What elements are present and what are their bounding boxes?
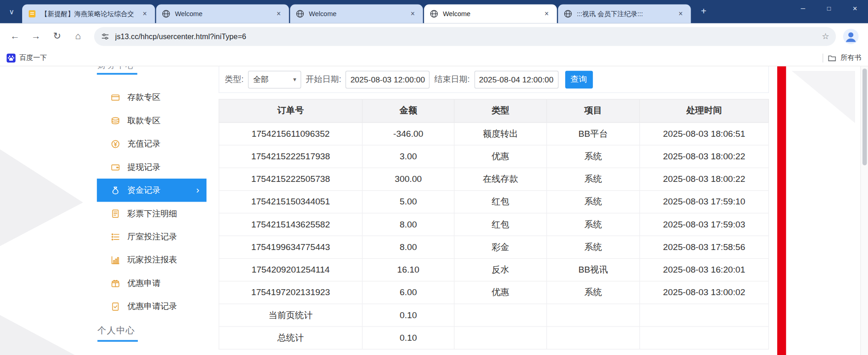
sidebar-section-personal: 个人中心 <box>97 325 207 342</box>
table-cell: 优惠 <box>454 281 547 304</box>
table-cell: BB视讯 <box>547 258 640 281</box>
tab-welcome-1[interactable]: Welcome × <box>156 5 289 23</box>
table-cell <box>454 326 547 349</box>
bookmarks-bar: 百度一下 所有书 <box>0 50 868 66</box>
table-cell: 彩金 <box>454 236 547 258</box>
tab-forum[interactable]: 【新提醒】海燕策略论坛综合交 × <box>22 5 155 23</box>
all-bookmarks-button[interactable]: 所有书 <box>822 53 862 62</box>
sidebar-item-hall-bet-records[interactable]: 厅室投注记录 <box>97 225 207 248</box>
table-cell: 1754197202131923 <box>219 281 362 304</box>
table-cell: 系统 <box>547 145 640 168</box>
table-cell: 1754215611096352 <box>219 122 362 145</box>
sidebar-item-player-report[interactable]: 玩家投注报表 <box>97 248 207 271</box>
sidebar-item-lottery-details[interactable]: 彩票下注明细 <box>97 202 207 225</box>
browser-toolbar: ← → ↻ ⌂ js13.cc/hhcp/usercenter.html?ini… <box>0 23 868 50</box>
sidebar-item-promo-apply[interactable]: 优惠申请 <box>97 272 207 295</box>
sidebar: 财务中心 存款专区 取款专区 <box>97 66 207 355</box>
table-cell: 系统 <box>547 191 640 213</box>
tab-close-icon[interactable]: × <box>274 9 283 18</box>
chevron-right-icon: › <box>196 185 200 196</box>
records-table: 订单号 金额 类型 项目 处理时间 1754215611096352 -346.… <box>218 99 769 349</box>
home-button[interactable]: ⌂ <box>69 27 88 46</box>
sidebar-item-fund-records[interactable]: 资金记录 › <box>97 179 207 202</box>
sidebar-item-deposit[interactable]: 存款专区 <box>97 86 207 109</box>
col-header: 处理时间 <box>640 99 769 122</box>
table-cell: 1754199634775443 <box>219 236 362 258</box>
page-scrollbar[interactable] <box>860 66 868 355</box>
type-select[interactable]: 全部 ▾ <box>248 70 301 88</box>
forward-button[interactable]: → <box>27 27 46 46</box>
query-button[interactable]: 查询 <box>565 70 593 88</box>
sidebar-menu: 存款专区 取款专区 充值记录 <box>97 86 207 318</box>
deposit-card-icon <box>111 93 120 102</box>
table-cell: 额度转出 <box>454 122 547 145</box>
table-cell: 6.00 <box>362 281 454 304</box>
recharge-record-icon <box>111 139 120 148</box>
table-row: 1754197202131923 6.00 优惠 系统 2025-08-03 1… <box>219 281 768 304</box>
table-row: 1754215150344051 5.00 红包 系统 2025-08-03 1… <box>219 191 768 213</box>
tab-title: Welcome <box>309 10 403 18</box>
tab-welcome-active[interactable]: Welcome × <box>424 5 557 23</box>
tab-close-icon[interactable]: × <box>408 9 417 18</box>
table-cell: -346.00 <box>362 122 454 145</box>
decorative-triangle <box>0 308 75 355</box>
table-cell: 1754209201254114 <box>219 258 362 281</box>
window-close-button[interactable]: × <box>842 0 868 17</box>
table-cell: 系统 <box>547 168 640 190</box>
reload-button[interactable]: ↻ <box>47 27 66 46</box>
table-cell: 2025-08-03 17:58:56 <box>640 236 769 258</box>
sidebar-item-withdraw[interactable]: 取款专区 <box>97 109 207 132</box>
sidebar-item-label: 取款专区 <box>127 115 160 126</box>
col-header: 项目 <box>547 99 640 122</box>
all-bookmarks-label: 所有书 <box>841 53 862 62</box>
tab-search-button[interactable]: ∨ <box>5 5 19 19</box>
table-cell: 反水 <box>454 258 547 281</box>
withdrawal-record-icon <box>111 162 120 171</box>
table-row: 1754215222505738 300.00 在线存款 系统 2025-08-… <box>219 168 768 190</box>
tab-close-icon[interactable]: × <box>140 9 149 18</box>
address-bar[interactable]: js13.cc/hhcp/usercenter.html?iniType=6 ☆ <box>94 27 836 46</box>
tab-close-icon[interactable]: × <box>542 9 551 18</box>
table-cell <box>547 326 640 349</box>
divider <box>822 53 823 62</box>
window-controls: ─ □ × <box>790 0 868 17</box>
section-title-finance: 财务中心 <box>97 66 135 71</box>
table-row: 1754215222517938 3.00 优惠 系统 2025-08-03 1… <box>219 145 768 168</box>
minimize-button[interactable]: ─ <box>790 0 816 17</box>
sidebar-item-recharge-records[interactable]: 充值记录 <box>97 132 207 155</box>
back-button[interactable]: ← <box>6 27 24 46</box>
tab-welcome-2[interactable]: Welcome × <box>290 5 423 23</box>
bookmark-item-baidu[interactable]: 百度一下 <box>6 53 47 62</box>
table-cell <box>547 304 640 326</box>
maximize-button[interactable]: □ <box>816 0 842 17</box>
start-date-input[interactable] <box>346 70 430 88</box>
table-cell: BB平台 <box>547 122 640 145</box>
sidebar-item-label: 优惠申请 <box>127 278 160 288</box>
promo-apply-icon <box>111 279 120 288</box>
main-content: 类型: 全部 ▾ 开始日期: 结束日期: 查询 订单号 金额 类型 <box>218 66 769 349</box>
table-cell: 2025-08-03 13:00:02 <box>640 281 769 304</box>
profile-avatar[interactable] <box>843 28 859 45</box>
lottery-detail-icon <box>111 209 120 218</box>
sidebar-item-label: 玩家投注报表 <box>127 255 177 265</box>
col-header: 金额 <box>362 99 454 122</box>
sidebar-item-promo-records[interactable]: 优惠申请记录 <box>97 295 207 318</box>
scrollbar-thumb[interactable] <box>862 69 867 165</box>
bookmark-star-icon[interactable]: ☆ <box>822 31 829 41</box>
bookmark-label: 百度一下 <box>19 53 47 62</box>
tab-video-records[interactable]: :::视讯 会员下注纪录::: × <box>558 5 691 23</box>
sidebar-item-withdrawal-records[interactable]: 提现记录 <box>97 155 207 178</box>
table-cell: 0.10 <box>362 304 454 326</box>
table-cell <box>454 304 547 326</box>
table-cell: 当前页统计 <box>219 304 362 326</box>
table-row: 1754215143625582 8.00 红包 系统 2025-08-03 1… <box>219 213 768 236</box>
table-cell: 总统计 <box>219 326 362 349</box>
sidebar-item-label: 充值记录 <box>127 139 160 149</box>
folder-icon <box>827 53 836 62</box>
table-cell: 2025-08-03 17:59:10 <box>640 191 769 213</box>
new-tab-button[interactable]: + <box>697 5 711 19</box>
end-date-label: 结束日期: <box>434 74 470 85</box>
end-date-input[interactable] <box>474 70 559 88</box>
hall-bet-record-icon <box>111 232 120 241</box>
tab-close-icon[interactable]: × <box>676 9 685 18</box>
